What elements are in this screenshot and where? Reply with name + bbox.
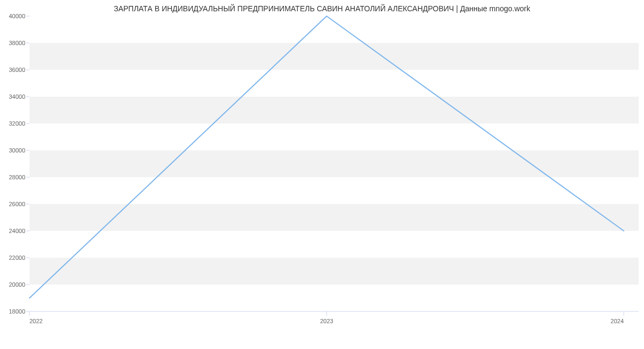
y-tick-label: 40000 xyxy=(9,13,25,19)
y-tick-label: 30000 xyxy=(9,147,25,154)
plot-band xyxy=(30,258,639,285)
y-tick-label: 20000 xyxy=(9,281,25,288)
y-tick-label: 18000 xyxy=(9,308,25,315)
x-tick-label: 2023 xyxy=(320,318,333,324)
y-tick-label: 36000 xyxy=(9,67,25,73)
x-tick-label: 2024 xyxy=(611,318,624,324)
x-tick-label: 2022 xyxy=(30,318,42,324)
chart-container: ЗАРПЛАТА В ИНДИВИДУАЛЬНЫЙ ПРЕДПРИНИМАТЕЛ… xyxy=(0,0,644,349)
plot-band xyxy=(30,150,639,177)
y-tick-label: 32000 xyxy=(9,120,25,127)
chart-svg: 1800020000220002400026000280003000032000… xyxy=(0,0,644,349)
chart-title: ЗАРПЛАТА В ИНДИВИДУАЛЬНЫЙ ПРЕДПРИНИМАТЕЛ… xyxy=(0,4,644,13)
y-tick-label: 38000 xyxy=(9,40,25,46)
y-tick-label: 22000 xyxy=(9,255,25,261)
plot-band xyxy=(30,97,639,123)
plot-band xyxy=(30,43,639,70)
y-tick-label: 24000 xyxy=(9,228,25,234)
plot-band xyxy=(30,204,639,231)
y-tick-label: 28000 xyxy=(9,174,25,180)
y-tick-label: 26000 xyxy=(9,201,25,207)
y-tick-label: 34000 xyxy=(9,93,25,100)
